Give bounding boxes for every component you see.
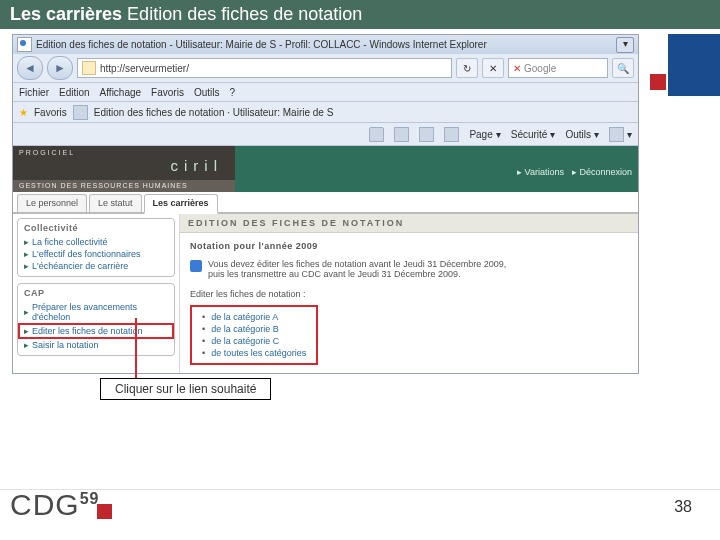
sidebar-item[interactable]: ▸Préparer les avancements d'échelon bbox=[24, 301, 168, 323]
url-field[interactable]: http://serveurmetier/ bbox=[77, 58, 452, 78]
help-icon bbox=[609, 127, 624, 142]
decoration-red-square bbox=[650, 74, 666, 90]
info-alert: Vous devez éditer les fiches de notation… bbox=[190, 259, 628, 279]
url-text: http://serveurmetier/ bbox=[100, 63, 189, 74]
variations-link[interactable]: ▸ Variations bbox=[517, 167, 564, 177]
sidebar-box-cap: CAP ▸Préparer les avancements d'échelon … bbox=[17, 283, 175, 356]
alert-line-2: puis les transmettre au CDC avant le Jeu… bbox=[208, 269, 506, 279]
brand-top: PROGICIEL bbox=[19, 149, 229, 157]
slide-title-bar: Les carrières Edition des fiches de nota… bbox=[0, 0, 720, 29]
list-label: Editer les fiches de notation : bbox=[190, 289, 628, 299]
tab-carrieres[interactable]: Les carrières bbox=[144, 194, 218, 214]
feeds-button[interactable] bbox=[394, 127, 409, 142]
info-icon bbox=[190, 260, 202, 272]
search-box[interactable]: ✕ Google bbox=[508, 58, 608, 78]
category-link-box: de la catégorie A de la catégorie B de l… bbox=[190, 305, 318, 365]
menu-edit[interactable]: Edition bbox=[59, 87, 90, 98]
category-link-c[interactable]: de la catégorie C bbox=[202, 335, 306, 347]
refresh-button[interactable]: ↻ bbox=[456, 58, 478, 78]
arrow-icon: ▸ bbox=[24, 307, 29, 317]
menu-file[interactable]: Fichier bbox=[19, 87, 49, 98]
brand-right: ▸ Variations ▸ Déconnexion bbox=[235, 146, 638, 180]
arrow-icon: ▸ bbox=[24, 237, 29, 247]
tools-menu[interactable]: Outils ▾ bbox=[565, 129, 599, 140]
home-button[interactable] bbox=[369, 127, 384, 142]
ie-window-title: Edition des fiches de notation - Utilisa… bbox=[36, 39, 487, 50]
sidebar-item[interactable]: ▸Saisir la notation bbox=[24, 339, 168, 351]
logout-link[interactable]: ▸ Déconnexion bbox=[572, 167, 632, 177]
page-menu[interactable]: Page ▾ bbox=[469, 129, 500, 140]
feeds-icon bbox=[394, 127, 409, 142]
brand-ciril: ciril bbox=[19, 157, 229, 175]
sidebar-item[interactable]: ▸L'échéancier de carrière bbox=[24, 260, 168, 272]
tab-personnel[interactable]: Le personnel bbox=[17, 194, 87, 212]
arrow-icon: ▸ bbox=[24, 340, 29, 350]
ie-window: Edition des fiches de notation - Utilisa… bbox=[12, 34, 639, 374]
home-icon bbox=[369, 127, 384, 142]
ie-address-bar: ◄ ► http://serveurmetier/ ↻ ✕ ✕ Google 🔍 bbox=[13, 54, 638, 83]
alert-line-1: Vous devez éditer les fiches de notation… bbox=[208, 259, 506, 269]
page-icon bbox=[82, 61, 96, 75]
help-menu[interactable]: ▾ bbox=[609, 127, 632, 142]
search-placeholder: Google bbox=[524, 63, 556, 74]
main-body: Notation pour l'année 2009 Vous devez éd… bbox=[180, 233, 638, 373]
favorites-star-icon[interactable]: ★ bbox=[19, 107, 28, 118]
brand-left: PROGICIEL ciril bbox=[13, 146, 235, 180]
title-left: Les carrières bbox=[10, 4, 122, 24]
arrow-icon: ▸ bbox=[24, 261, 29, 271]
mail-icon bbox=[419, 127, 434, 142]
sidebar-box-collectivite: Collectivité ▸La fiche collectivité ▸L'e… bbox=[17, 218, 175, 277]
category-link-a[interactable]: de la catégorie A bbox=[202, 311, 306, 323]
print-icon bbox=[444, 127, 459, 142]
brand-row: PROGICIEL ciril ▸ Variations ▸ Déconnexi… bbox=[13, 146, 638, 180]
main-subtitle: Notation pour l'année 2009 bbox=[190, 241, 628, 251]
sidebar-heading: CAP bbox=[24, 288, 168, 298]
callout-box: Cliquer sur le lien souhaité bbox=[100, 378, 271, 400]
sidebar-item[interactable]: ▸L'effectif des fonctionnaires bbox=[24, 248, 168, 260]
app-tabs: Le personnel Le statut Les carrières bbox=[13, 192, 638, 214]
title-right: Edition des fiches de notation bbox=[127, 4, 362, 24]
sub-brand-row: GESTION DES RESSOURCES HUMAINES bbox=[13, 180, 638, 192]
fav-page-icon bbox=[73, 105, 88, 120]
ie-page-icon bbox=[17, 37, 32, 52]
category-link-all[interactable]: de toutes les catégories bbox=[202, 347, 306, 359]
ie-command-bar: Page ▾ Sécurité ▾ Outils ▾ ▾ bbox=[13, 123, 638, 146]
menu-favorites[interactable]: Favoris bbox=[151, 87, 184, 98]
category-link-b[interactable]: de la catégorie B bbox=[202, 323, 306, 335]
sidebar-item[interactable]: ▸La fiche collectivité bbox=[24, 236, 168, 248]
ie-favorites-bar: ★ Favoris Edition des fiches de notation… bbox=[13, 102, 638, 123]
menu-help[interactable]: ? bbox=[229, 87, 235, 98]
stop-button[interactable]: ✕ bbox=[482, 58, 504, 78]
ie-titlebar: Edition des fiches de notation - Utilisa… bbox=[13, 35, 638, 54]
print-button[interactable] bbox=[444, 127, 459, 142]
tab-statut[interactable]: Le statut bbox=[89, 194, 142, 212]
forward-button[interactable]: ► bbox=[47, 56, 73, 80]
arrow-icon: ▸ bbox=[24, 326, 29, 336]
cdg-logo: CDG59 bbox=[10, 488, 112, 522]
sidebar: Collectivité ▸La fiche collectivité ▸L'e… bbox=[13, 214, 179, 373]
security-menu[interactable]: Sécurité ▾ bbox=[511, 129, 556, 140]
arrow-icon: ▸ bbox=[24, 249, 29, 259]
mail-button[interactable] bbox=[419, 127, 434, 142]
search-go-button[interactable]: 🔍 bbox=[612, 58, 634, 78]
main-panel: EDITION DES FICHES DE NOTATION Notation … bbox=[179, 214, 638, 373]
logo-red-square-icon bbox=[97, 504, 112, 519]
back-button[interactable]: ◄ bbox=[17, 56, 43, 80]
webapp: PROGICIEL ciril ▸ Variations ▸ Déconnexi… bbox=[13, 146, 638, 373]
favorites-label[interactable]: Favoris bbox=[34, 107, 67, 118]
fav-page-title[interactable]: Edition des fiches de notation · Utilisa… bbox=[94, 107, 334, 118]
app-body: Collectivité ▸La fiche collectivité ▸L'e… bbox=[13, 214, 638, 373]
menu-tools[interactable]: Outils bbox=[194, 87, 220, 98]
page-number: 38 bbox=[674, 498, 692, 516]
brand-subtitle: GESTION DES RESSOURCES HUMAINES bbox=[13, 180, 235, 192]
callout-connector bbox=[135, 318, 137, 378]
menu-view[interactable]: Affichage bbox=[100, 87, 142, 98]
search-engine-icon: ✕ bbox=[513, 63, 521, 74]
main-header: EDITION DES FICHES DE NOTATION bbox=[180, 214, 638, 233]
ie-menubar: Fichier Edition Affichage Favoris Outils… bbox=[13, 83, 638, 102]
ie-tab-button[interactable]: ▾ bbox=[616, 37, 634, 53]
decoration-blue-block bbox=[668, 34, 720, 96]
sidebar-item-editer-fiches[interactable]: ▸Editer les fiches de notation bbox=[20, 325, 172, 337]
sidebar-heading: Collectivité bbox=[24, 223, 168, 233]
